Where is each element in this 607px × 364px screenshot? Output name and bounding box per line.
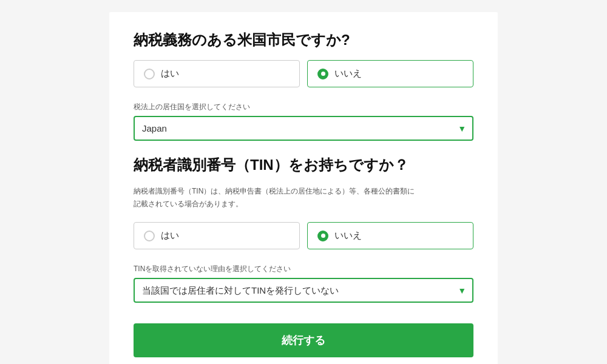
section1-radio-yes-circle [144, 69, 155, 79]
section1-title: 納税義務のある米国市民ですか? [134, 30, 473, 49]
section2-option-yes[interactable]: はい [134, 222, 300, 249]
section2-option-yes-label: はい [161, 230, 179, 241]
continue-button[interactable]: 続行する [134, 323, 473, 357]
country-field-container: 税法上の居住国を選択してください Japan United States Chi… [134, 102, 473, 141]
country-field-label: 税法上の居住国を選択してください [134, 102, 473, 112]
section2-radio-yes-circle [144, 231, 155, 241]
section2-title: 納税者識別番号（TIN）をお持ちですか？ [134, 155, 473, 174]
section2-radio-no-circle [317, 231, 328, 241]
tin-reason-select-wrapper: 当該国では居住者に対してTINを発行していない その他 ▼ [134, 278, 473, 303]
section1-radio-group: はい いいえ [134, 60, 473, 87]
page-container: 納税義務のある米国市民ですか? はい いいえ 税法上の居住国を選択してください … [109, 12, 498, 364]
section1-radio-no-circle [317, 69, 328, 79]
tin-reason-field-label: TINを取得されていない理由を選択してください [134, 264, 473, 274]
section2-option-no-label: いいえ [334, 230, 362, 241]
section1-option-no-label: いいえ [334, 68, 362, 79]
section1-option-yes-label: はい [161, 68, 179, 79]
section1-option-no[interactable]: いいえ [307, 60, 473, 87]
section2-radio-group: はい いいえ [134, 222, 473, 249]
tin-reason-select[interactable]: 当該国では居住者に対してTINを発行していない その他 [134, 278, 473, 303]
section2-description: 納税者識別番号（TIN）は、納税申告書（税法上の居住地による）等、各種公的書類に… [134, 185, 473, 210]
tin-reason-field-container: TINを取得されていない理由を選択してください 当該国では居住者に対してTINを… [134, 264, 473, 303]
section1-option-yes[interactable]: はい [134, 60, 300, 87]
country-select[interactable]: Japan United States China Korea [134, 116, 473, 141]
section2-option-no[interactable]: いいえ [307, 222, 473, 249]
country-select-wrapper: Japan United States China Korea ▼ [134, 116, 473, 141]
